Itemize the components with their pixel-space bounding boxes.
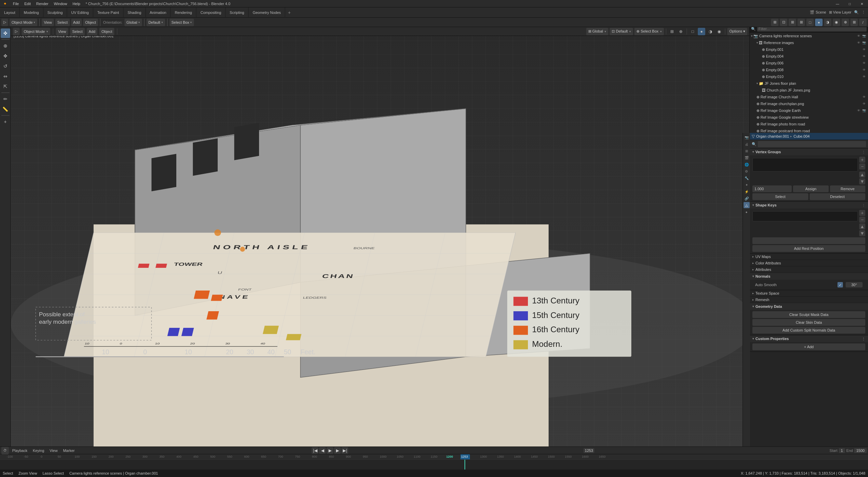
outliner-item-ref-photo-road[interactable]: ⊕ Ref Image photo from road (750, 121, 868, 127)
vg-select-btn[interactable]: Select (752, 193, 808, 200)
timeline-keying-menu[interactable]: Keying (31, 449, 46, 453)
tab-uv-editing[interactable]: UV Editing (67, 7, 93, 18)
auto-smooth-checkbox[interactable]: ✓ (837, 282, 843, 287)
menu-file[interactable]: File (10, 0, 22, 7)
props-output-btn[interactable]: 🖨 (744, 141, 750, 147)
sk-add-btn[interactable]: + (859, 210, 865, 216)
tab-animation[interactable]: Animation (146, 7, 171, 18)
play-btn[interactable]: ▶ (327, 447, 333, 454)
outliner-item-ref-postcard[interactable]: ⊕ Ref image postcard from road (750, 127, 868, 133)
skip-to-end-btn[interactable]: ▶| (341, 447, 348, 454)
clear-skin-data-btn[interactable]: Clear Skin Data (752, 319, 865, 326)
props-object-btn[interactable]: ⚙ (744, 168, 750, 174)
vg-remove-btn[interactable]: − (859, 163, 865, 170)
menu-edit[interactable]: Edit (22, 0, 34, 7)
props-view-layer-btn[interactable]: ⊞ (744, 148, 750, 154)
ref-vis[interactable]: 👁 (856, 40, 861, 45)
rge-render[interactable]: 📷 (861, 108, 867, 113)
snap-selector[interactable]: ⊕ Select Box (634, 28, 664, 35)
viewport-view-menu[interactable]: View (56, 28, 68, 35)
prev-keyframe-btn[interactable]: ◀ (319, 447, 326, 454)
shape-keys-header[interactable]: ▾ Shape Keys ⋮ (750, 202, 868, 208)
geometry-data-header[interactable]: ▾ Geometry Data (750, 303, 868, 310)
render-preview[interactable]: ◉ (833, 19, 840, 26)
custom-props-header[interactable]: ▾ Custom Properties ⋮ (750, 335, 868, 342)
sk-up-btn[interactable]: ▲ (859, 223, 865, 230)
auto-smooth-value[interactable]: 30° (846, 282, 863, 287)
remesh-header[interactable]: ▸ Remesh (750, 297, 868, 303)
outliner-item-ref-images[interactable]: ▾ 🖼 Reference images 👁 📷 (750, 39, 868, 46)
timeline-track-area[interactable]: -100 -50 0 50 100 150 200 250 300 350 40… (0, 454, 868, 470)
vg-deselect-btn[interactable]: Deselect (810, 193, 866, 200)
outliner-item-empty008[interactable]: ⊕ Empty.008 👁 (750, 66, 868, 73)
xray-button[interactable]: ⊞ (797, 19, 805, 26)
move-tool[interactable]: ✥ (1, 51, 10, 61)
snap-button[interactable]: ⊞ (771, 19, 778, 26)
view-menu[interactable]: View (42, 19, 54, 26)
sk-down-btn[interactable]: ▼ (859, 230, 865, 236)
add-menu[interactable]: Add (71, 19, 82, 26)
texture-space-header[interactable]: ▸ Texture Space (750, 290, 868, 296)
color-attributes-header[interactable]: ▸ Color Attributes (750, 260, 868, 266)
outliner-item-empty010[interactable]: ⊕ Empty.010 👁 (750, 73, 868, 80)
e004-vis[interactable]: 👁 (861, 54, 867, 59)
outliner-item-ref-streetview[interactable]: ⊕ Ref Image Google streetview (750, 114, 868, 121)
shading-solid[interactable]: ● (698, 28, 705, 35)
sk-value-slider[interactable] (752, 237, 865, 244)
gizmo-icon[interactable]: ⊕ (677, 28, 685, 35)
annotate-tool[interactable]: ✏ (1, 94, 10, 104)
vg-options[interactable]: ⋮ (862, 150, 865, 154)
e010-vis[interactable]: 👁 (861, 74, 867, 79)
add-workspace-button[interactable]: + (285, 7, 293, 18)
tab-sculpting[interactable]: Sculpting (43, 7, 67, 18)
outliner-item-ref-churchplan[interactable]: ⊕ Ref image churchplan.png 👁 (750, 100, 868, 107)
extra-button[interactable]: / (859, 19, 867, 26)
scene-selector[interactable]: 🎬 Scene (810, 10, 826, 15)
orientation-selector[interactable]: ⊞ Global (586, 28, 609, 35)
rcp-vis[interactable]: 👁 (861, 101, 867, 106)
solid-mode[interactable]: ● (815, 19, 823, 26)
overlay-button[interactable]: ⊞ (789, 19, 796, 26)
rotate-tool[interactable]: ↺ (1, 61, 10, 71)
rch-vis[interactable]: 👁 (861, 94, 867, 100)
close-button[interactable]: ✕ (856, 0, 868, 7)
props-world-btn[interactable]: 🌐 (744, 161, 750, 167)
attributes-header[interactable]: ▸ Attributes (750, 266, 868, 273)
add-object-button[interactable]: + (1, 117, 10, 126)
tab-geometry-nodes[interactable]: Geometry Nodes (249, 7, 285, 18)
proportional-edit-button[interactable]: ⊡ (780, 19, 787, 26)
current-frame-display[interactable]: 1253 (584, 448, 594, 453)
transform-tool[interactable]: ⇱ (1, 82, 10, 91)
ref-render[interactable]: 📷 (861, 40, 867, 45)
tab-modeling[interactable]: Modeling (20, 7, 43, 18)
tab-scripting[interactable]: Scripting (225, 7, 249, 18)
tab-shading[interactable]: Shading (123, 7, 145, 18)
tab-layout[interactable]: Layout (0, 7, 20, 18)
add-rest-position-btn[interactable]: Add Rest Position (752, 245, 865, 252)
menu-window[interactable]: Window (51, 0, 70, 7)
menu-help[interactable]: Help (70, 0, 83, 7)
next-keyframe-btn[interactable]: ▶ (334, 447, 341, 454)
vg-weight-field[interactable]: 1.000 (752, 185, 792, 192)
props-constraints-btn[interactable]: 🔗 (744, 195, 750, 201)
add-custom-prop-btn[interactable]: + Add (752, 343, 865, 350)
viewport-add-menu[interactable]: Add (87, 28, 98, 35)
wireframe-mode[interactable]: □ (806, 19, 814, 26)
timeline-editor-type[interactable]: ⏱ (1, 447, 9, 454)
e006-vis[interactable]: 👁 (861, 60, 867, 66)
props-particles-btn[interactable]: ✦ (744, 182, 750, 188)
shading-rendered[interactable]: ◉ (715, 28, 723, 35)
props-modifier-btn[interactable]: 🔧 (744, 175, 750, 181)
e008-vis[interactable]: 👁 (861, 67, 867, 73)
props-material-btn[interactable]: ● (744, 209, 750, 215)
normals-header[interactable]: ▾ Normals (750, 273, 868, 280)
vertex-groups-header[interactable]: ▾ Vertex Groups ⋮ (750, 148, 868, 155)
timeline-playback-menu[interactable]: Playback (10, 449, 29, 453)
tab-texture-paint[interactable]: Texture Paint (93, 7, 123, 18)
e001-vis[interactable]: 👁 (861, 47, 867, 52)
select-tool-button[interactable]: ✜ (1, 28, 10, 38)
timeline-view-menu[interactable]: View (47, 449, 60, 453)
outliner-item-church-plan[interactable]: 🖼 Church plan JF Jones.png (750, 87, 868, 94)
editor-type-dropdown[interactable]: ▷ (1, 19, 8, 26)
outliner-item-empty001[interactable]: ⊕ Empty.001 👁 (750, 46, 868, 53)
